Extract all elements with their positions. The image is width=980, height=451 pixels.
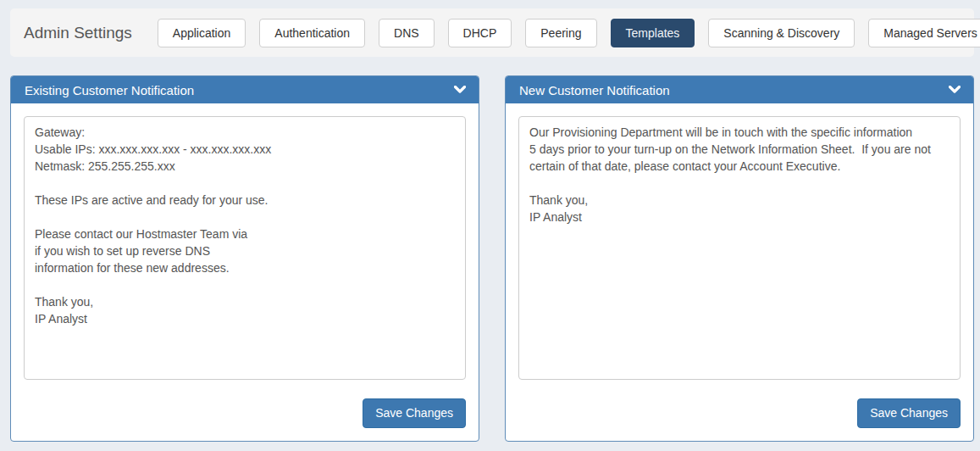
tab-scanning-discovery[interactable]: Scanning & Discovery	[708, 19, 855, 47]
existing-customer-panel-header[interactable]: Existing Customer Notification	[11, 76, 479, 103]
tab-peering[interactable]: Peering	[525, 19, 596, 47]
new-customer-panel-header[interactable]: New Customer Notification	[506, 76, 973, 103]
tab-dns[interactable]: DNS	[379, 19, 435, 47]
templates-panels: Existing Customer Notification Gateway: …	[10, 75, 974, 442]
save-changes-button-existing[interactable]: Save Changes	[363, 398, 466, 428]
existing-customer-panel-footer: Save Changes	[24, 398, 466, 428]
new-customer-panel-body: Our Provisioning Department will be in t…	[506, 103, 973, 441]
new-customer-panel-title: New Customer Notification	[519, 83, 670, 97]
existing-customer-panel-body: Gateway: Usable IPs: xxx.xxx.xxx.xxx - x…	[11, 103, 479, 441]
page-title: Admin Settings	[24, 24, 132, 42]
existing-customer-template-textarea[interactable]: Gateway: Usable IPs: xxx.xxx.xxx.xxx - x…	[24, 116, 466, 380]
save-changes-button-new[interactable]: Save Changes	[857, 398, 961, 428]
chevron-down-icon[interactable]	[949, 86, 961, 94]
chevron-down-icon[interactable]	[454, 86, 466, 94]
new-customer-panel-footer: Save Changes	[518, 398, 961, 428]
tab-dhcp[interactable]: DHCP	[448, 19, 512, 47]
tab-managed-servers[interactable]: Managed Servers	[868, 19, 980, 47]
existing-customer-notification-panel: Existing Customer Notification Gateway: …	[10, 75, 479, 442]
settings-tab-bar: Application Authentication DNS DHCP Peer…	[158, 19, 980, 47]
tab-templates[interactable]: Templates	[611, 19, 695, 47]
new-customer-notification-panel: New Customer Notification Our Provisioni…	[505, 75, 974, 442]
admin-settings-toolbar: Admin Settings Application Authenticatio…	[10, 8, 974, 57]
tab-authentication[interactable]: Authentication	[259, 19, 365, 47]
tab-application[interactable]: Application	[158, 19, 246, 47]
existing-customer-panel-title: Existing Customer Notification	[25, 83, 194, 97]
new-customer-template-textarea[interactable]: Our Provisioning Department will be in t…	[518, 116, 961, 380]
